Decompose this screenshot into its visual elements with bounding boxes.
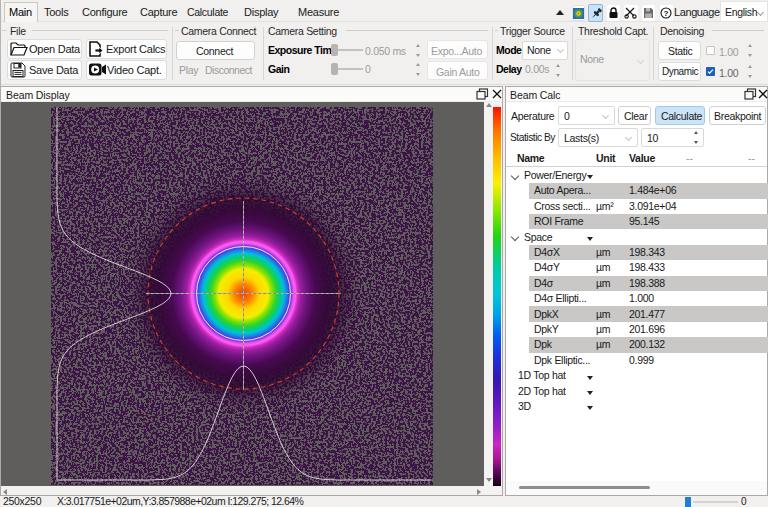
svg-text:?: ? — [664, 9, 669, 18]
